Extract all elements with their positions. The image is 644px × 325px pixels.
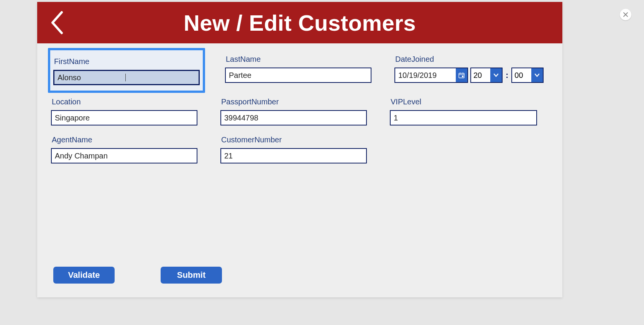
- validate-button[interactable]: Validate: [53, 267, 115, 284]
- lastname-input[interactable]: [225, 68, 371, 83]
- location-input[interactable]: [51, 110, 197, 125]
- header-bar: New / Edit Customers: [37, 2, 562, 43]
- hour-value: 20: [470, 68, 490, 83]
- date-picker-button[interactable]: [456, 68, 468, 83]
- calendar-icon: [458, 72, 465, 78]
- submit-button[interactable]: Submit: [161, 267, 222, 284]
- location-field: Location: [51, 97, 197, 125]
- chevron-left-icon: [50, 11, 64, 35]
- viplevel-input[interactable]: [390, 110, 537, 125]
- customer-form-panel: New / Edit Customers FirstName LastName …: [37, 2, 562, 297]
- location-label: Location: [51, 97, 197, 106]
- minute-value: 00: [511, 68, 531, 83]
- close-button[interactable]: [620, 9, 631, 20]
- action-buttons: Validate Submit: [53, 267, 222, 284]
- time-separator: :: [505, 70, 509, 80]
- form-row-3: AgentName CustomerNumber: [51, 135, 549, 163]
- passportnumber-label: PassportNumber: [220, 97, 367, 106]
- customernumber-label: CustomerNumber: [220, 135, 367, 144]
- back-button[interactable]: [46, 9, 68, 36]
- datejoined-field: DateJoined: [394, 55, 542, 87]
- lastname-field: LastName: [225, 55, 371, 87]
- chevron-down-icon: [493, 72, 499, 78]
- viplevel-field: VIPLevel: [390, 97, 538, 125]
- customernumber-field: CustomerNumber: [220, 135, 367, 163]
- date-input[interactable]: [394, 68, 456, 83]
- form-row-1: FirstName LastName DateJoined: [51, 55, 549, 87]
- agentname-field: AgentName: [51, 135, 197, 163]
- passportnumber-field: PassportNumber: [220, 97, 367, 125]
- text-caret-icon: [125, 74, 126, 81]
- datejoined-controls: 20 : 00: [394, 68, 542, 83]
- page-title: New / Edit Customers: [184, 10, 416, 36]
- hour-dropdown-button[interactable]: [490, 68, 503, 83]
- hour-select[interactable]: 20: [470, 68, 503, 83]
- datejoined-label: DateJoined: [394, 55, 542, 64]
- form-area: FirstName LastName DateJoined: [37, 43, 562, 297]
- customernumber-input[interactable]: [220, 148, 367, 163]
- firstname-input[interactable]: [53, 70, 200, 85]
- passportnumber-input[interactable]: [220, 110, 367, 125]
- agentname-input[interactable]: [51, 148, 197, 163]
- minute-dropdown-button[interactable]: [531, 68, 544, 83]
- date-picker: [394, 68, 468, 83]
- lastname-label: LastName: [225, 55, 371, 64]
- minute-select[interactable]: 00: [511, 68, 544, 83]
- svg-rect-4: [462, 76, 463, 77]
- firstname-field-focused: FirstName: [48, 48, 205, 93]
- viplevel-label: VIPLevel: [390, 97, 538, 106]
- firstname-label: FirstName: [53, 57, 200, 66]
- chevron-down-icon: [534, 72, 540, 78]
- agentname-label: AgentName: [51, 135, 197, 144]
- close-icon: [623, 12, 628, 17]
- form-row-2: Location PassportNumber VIPLevel: [51, 97, 549, 125]
